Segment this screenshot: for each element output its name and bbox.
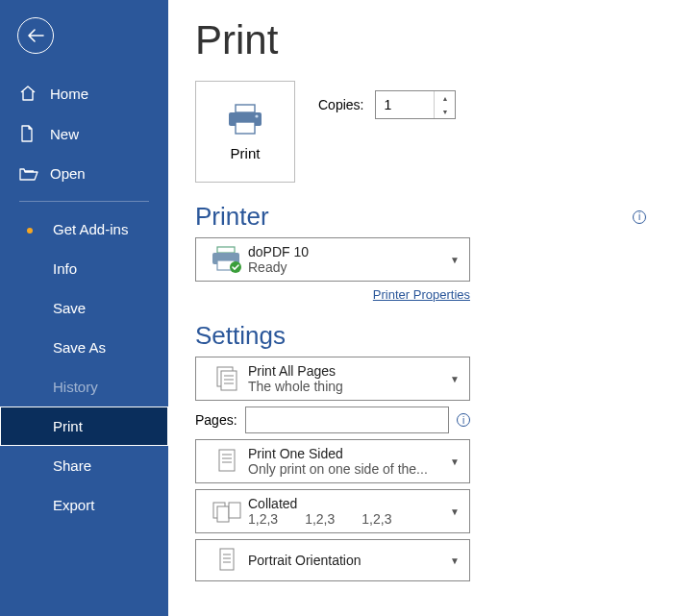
printer-info-icon[interactable]: i [633, 210, 646, 224]
svg-rect-20 [220, 549, 234, 570]
printer-properties-link[interactable]: Printer Properties [195, 287, 470, 302]
sidebar-item-save[interactable]: Save [0, 288, 168, 328]
page-title: Print [195, 17, 646, 63]
back-button[interactable] [17, 17, 54, 54]
main-content: Print Print Copies: ▲ ▼ Printer i [168, 0, 673, 616]
svg-rect-4 [217, 247, 235, 253]
collate-sub: 1,2,3 1,2,3 1,2,3 [248, 511, 444, 527]
sidebar-item-label: Open [50, 165, 86, 182]
copies-decrement[interactable]: ▼ [435, 105, 455, 118]
svg-rect-13 [219, 450, 235, 471]
printer-name: doPDF 10 [248, 244, 444, 259]
print-range-title: Print All Pages [248, 363, 444, 379]
sidebar: Home New Open Get Add-ins Info Save Save… [0, 0, 168, 616]
sidebar-item-home[interactable]: Home [0, 73, 168, 113]
chevron-down-icon: ▼ [444, 374, 460, 384]
svg-rect-9 [221, 371, 237, 390]
svg-point-3 [255, 114, 258, 117]
sidebar-item-label: Print [53, 418, 83, 434]
sidebar-item-info[interactable]: Info [0, 249, 168, 288]
pages-stack-icon [206, 364, 248, 393]
document-icon [19, 125, 38, 142]
sides-title: Print One Sided [248, 446, 444, 461]
sides-sub: Only print on one side of the... [248, 461, 444, 477]
sidebar-separator [19, 201, 149, 202]
sidebar-item-label: New [50, 126, 79, 142]
svg-rect-19 [229, 503, 240, 518]
printer-status: Ready [248, 259, 444, 275]
print-button-label: Print [231, 145, 261, 161]
copies-label: Copies: [318, 97, 363, 112]
print-range-sub: The whole thing [248, 379, 444, 394]
sidebar-item-open[interactable]: Open [0, 154, 168, 193]
sidebar-item-label: Export [53, 497, 94, 513]
notification-dot-icon [27, 228, 33, 234]
sidebar-item-get-addins[interactable]: Get Add-ins [0, 209, 168, 249]
orientation-select[interactable]: Portrait Orientation ▼ [195, 539, 470, 581]
section-settings-heading: Settings [195, 321, 286, 351]
orientation-title: Portrait Orientation [248, 553, 444, 568]
sidebar-item-new[interactable]: New [0, 113, 168, 154]
chevron-down-icon: ▼ [444, 456, 460, 467]
sidebar-item-label: Home [50, 86, 88, 102]
printer-select[interactable]: doPDF 10 Ready ▼ [195, 237, 470, 282]
svg-rect-0 [236, 105, 255, 112]
collate-icon [206, 498, 248, 525]
sidebar-item-label: Info [53, 260, 77, 277]
folder-open-icon [19, 166, 38, 182]
sidebar-item-share[interactable]: Share [0, 446, 168, 485]
sidebar-item-label: Get Add-ins [53, 221, 128, 237]
pages-label: Pages: [195, 412, 237, 428]
copies-spinner[interactable]: ▲ ▼ [375, 90, 456, 119]
pages-info-icon[interactable]: i [457, 413, 470, 427]
chevron-down-icon: ▼ [444, 555, 460, 566]
home-icon [19, 85, 38, 102]
collate-title: Collated [248, 496, 444, 511]
chevron-down-icon: ▼ [444, 255, 460, 265]
copies-increment[interactable]: ▲ [435, 91, 455, 105]
sidebar-item-label: Save As [53, 339, 106, 356]
sidebar-item-save-as[interactable]: Save As [0, 328, 168, 367]
sidebar-item-history: History [0, 367, 168, 407]
printer-icon [226, 103, 264, 136]
sidebar-item-label: History [53, 379, 98, 395]
collate-select[interactable]: Collated 1,2,3 1,2,3 1,2,3 ▼ [195, 489, 470, 533]
pages-input[interactable] [245, 407, 449, 433]
chevron-down-icon: ▼ [444, 506, 460, 517]
printer-ready-icon [206, 245, 248, 274]
sidebar-item-label: Save [53, 300, 86, 316]
sidebar-item-label: Share [53, 457, 91, 474]
svg-rect-2 [236, 122, 255, 134]
single-page-icon [206, 447, 248, 476]
sidebar-item-print[interactable]: Print [0, 407, 168, 446]
section-printer-heading: Printer [195, 202, 269, 232]
sides-select[interactable]: Print One Sided Only print on one side o… [195, 439, 470, 483]
print-button[interactable]: Print [195, 81, 295, 183]
sidebar-item-export[interactable]: Export [0, 485, 168, 525]
portrait-icon [206, 546, 248, 575]
print-range-select[interactable]: Print All Pages The whole thing ▼ [195, 357, 470, 401]
arrow-left-icon [27, 29, 44, 42]
svg-rect-18 [217, 506, 229, 522]
copies-input[interactable] [376, 91, 434, 118]
